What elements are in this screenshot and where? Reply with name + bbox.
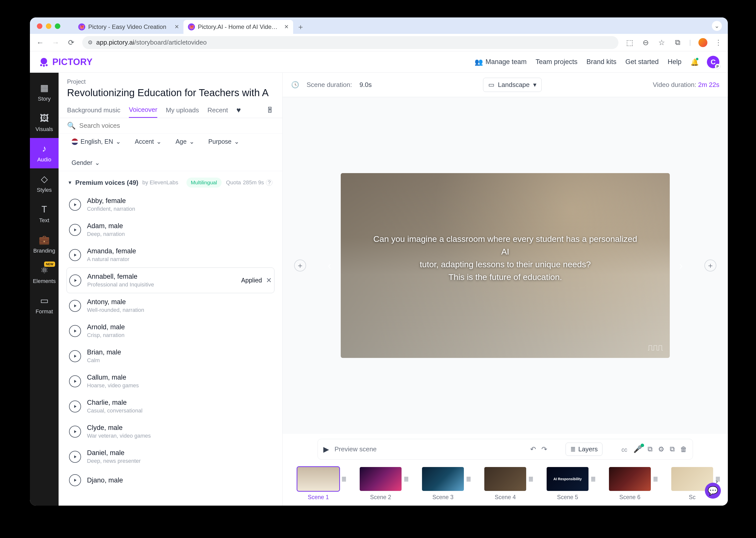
voice-row[interactable]: Abby, femaleConfident, narration [67,192,274,217]
tabs-dropdown[interactable]: ⌄ [712,21,722,31]
reload-icon[interactable]: ⟳ [67,38,75,47]
voice-row[interactable]: Arnold, maleCrisp, narration [67,318,274,344]
brand-kits-link[interactable]: Brand kits [587,58,616,66]
play-voice-icon[interactable] [69,474,81,486]
scene-item[interactable]: ≣Scene 2 [355,467,406,501]
play-voice-icon[interactable] [69,199,81,211]
notifications-icon[interactable]: 🔔 [690,58,698,66]
play-voice-icon[interactable] [69,375,81,387]
crop-icon[interactable]: ⧉ [648,445,653,453]
remove-voice-icon[interactable]: ✕ [266,276,272,285]
address-bar[interactable]: ⚙ app.pictory.ai/storyboard/articletovid… [82,36,618,49]
layer-stack-icon[interactable]: ≣ [466,475,471,483]
play-voice-icon[interactable] [69,451,81,463]
info-icon[interactable]: ? [266,179,272,186]
add-scene-before[interactable]: ＋ [294,259,306,272]
filter-age[interactable]: Age ⌄ [175,138,194,145]
scene-thumbnail[interactable]: ≣ [360,467,402,491]
get-started-link[interactable]: Get started [625,58,659,66]
play-voice-icon[interactable] [69,350,81,362]
scene-thumbnail[interactable]: ≣ [484,467,526,491]
voice-row[interactable]: Adam, maleDeep, narration [67,217,274,242]
maximize-window[interactable] [55,24,60,29]
scene-item[interactable]: ≣Scene 6 [604,467,656,501]
tab-my-uploads[interactable]: My uploads [166,103,199,118]
project-title[interactable]: Revolutionizing Education for Teachers w… [67,87,274,98]
filter-gender[interactable]: Gender ⌄ [72,159,100,166]
sidebar-item-styles[interactable]: ◇Styles [30,168,59,199]
new-tab-button[interactable]: ＋ [296,22,306,32]
layer-stack-icon[interactable]: ≣ [528,475,534,483]
voice-row[interactable]: Charlie, maleCasual, conversational [67,394,274,419]
delete-icon[interactable]: 🗑 [680,445,687,453]
mic-icon[interactable]: 🎤 [633,445,642,453]
play-icon[interactable]: ▶ [323,445,329,454]
tab-voiceover[interactable]: Voiceover [129,102,157,118]
scene-canvas[interactable]: Can you imagine a classroom where every … [341,173,670,358]
play-voice-icon[interactable] [69,401,81,412]
browser-menu-icon[interactable]: ⋮ [715,38,722,47]
layers-button[interactable]: ≣ Layers [565,443,603,456]
scene-item[interactable]: ≣Scene 3 [417,467,469,501]
prev-scene-icon[interactable]: ‹ [322,258,336,273]
orientation-selector[interactable]: ▭ Landscape ▾ [483,78,542,92]
layer-stack-icon[interactable]: ≣ [404,475,409,483]
sidebar-item-text[interactable]: TText [30,199,59,229]
tab-favorites-icon[interactable]: ♥ [237,102,241,118]
voice-row[interactable]: Callum, maleHoarse, video games [67,369,274,394]
zoom-icon[interactable]: ⊖ [641,38,650,47]
filter-purpose[interactable]: Purpose ⌄ [208,138,239,145]
voice-settings-icon[interactable]: 🎚 [266,106,274,114]
scene-item[interactable]: ≣Scene 4 [480,467,531,501]
voice-row[interactable]: Clyde, maleWar veteran, video games [67,419,274,444]
back-icon[interactable]: ← [36,38,44,47]
sidebar-item-elements[interactable]: NEW⚛Elements [30,259,59,290]
scene-thumbnail[interactable]: AI Responsibility≣ [547,467,589,491]
voice-row[interactable]: Brian, maleCalm [67,344,274,369]
site-settings-icon[interactable]: ⚙ [88,39,93,46]
play-voice-icon[interactable] [69,275,81,287]
filter-language[interactable]: English, EN ⌄ [72,138,121,145]
extensions-icon[interactable]: ⧉ [673,38,682,47]
redo-icon[interactable]: ↷ [541,445,547,453]
sidebar-item-story[interactable]: ▦Story [30,77,59,108]
chat-launcher-icon[interactable]: 💬 [705,483,721,499]
scene-caption[interactable]: Can you imagine a classroom where every … [371,233,640,284]
close-tab-icon[interactable]: ✕ [174,24,179,30]
layer-stack-icon[interactable]: ≣ [341,475,347,483]
preview-scene-label[interactable]: Preview scene [334,445,377,453]
voice-list[interactable]: Abby, femaleConfident, narrationAdam, ma… [59,192,282,506]
filter-accent[interactable]: Accent ⌄ [135,138,161,145]
play-voice-icon[interactable] [69,325,81,337]
user-avatar[interactable]: C P [707,56,719,68]
voice-row[interactable]: Antony, maleWell-rounded, narration [67,293,274,318]
voice-row[interactable]: Djano, male [67,469,274,491]
next-scene-icon[interactable]: › [674,258,688,273]
settings-icon[interactable]: ⚙ [658,445,664,453]
close-window[interactable] [37,24,42,29]
scene-item[interactable]: AI Responsibility≣Scene 5 [542,467,593,501]
profile-avatar[interactable] [698,38,707,47]
browser-tab[interactable]: 🐙 Pictory - Easy Video Creation ✕ [74,20,184,34]
layer-stack-icon[interactable]: ≣ [591,475,596,483]
voice-row[interactable]: Amanda, femaleA natural narrator [67,242,274,267]
play-voice-icon[interactable] [69,249,81,261]
play-voice-icon[interactable] [69,426,81,438]
play-voice-icon[interactable] [69,300,81,312]
search-input[interactable] [79,122,274,130]
voice-row[interactable]: Annabell, femaleProfessional and Inquisi… [67,267,274,293]
scene-item[interactable]: ≣Scene 1 [293,467,344,501]
play-voice-icon[interactable] [69,224,81,236]
sidebar-item-branding[interactable]: 💼Branding [30,229,59,259]
manage-team-link[interactable]: 👥 Manage team [475,58,527,66]
voice-section-header[interactable]: ▾ Premium voices (49) by ElevenLabs Mult… [59,171,282,192]
scene-timeline[interactable]: ≣Scene 1≣Scene 2≣Scene 3≣Scene 4AI Respo… [283,465,728,506]
help-link[interactable]: Help [668,58,681,66]
voice-row[interactable]: Daniel, maleDeep, news presenter [67,444,274,469]
forward-icon[interactable]: → [51,38,60,47]
team-projects-link[interactable]: Team projects [536,58,578,66]
scene-thumbnail[interactable]: ≣ [297,467,339,491]
sidebar-item-format[interactable]: ▭Format [30,290,59,320]
duplicate-icon[interactable]: ⧉ [670,445,675,453]
layer-stack-icon[interactable]: ≣ [653,475,658,483]
